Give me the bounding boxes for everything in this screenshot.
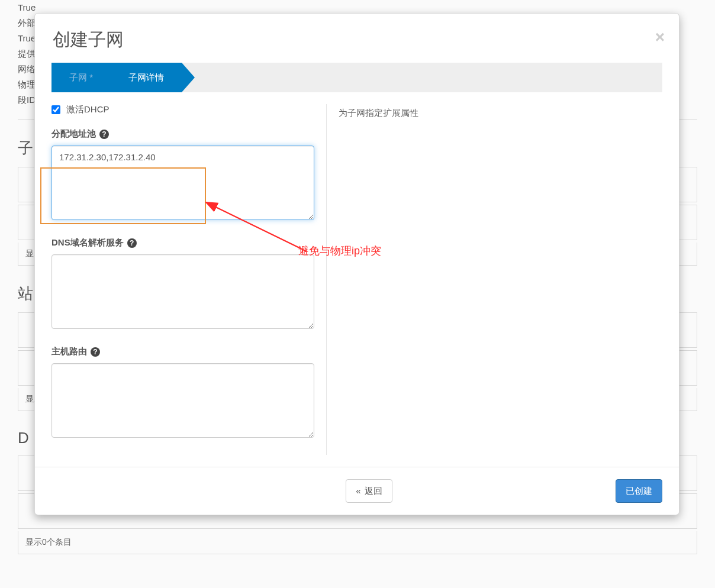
allocation-pool-label: 分配地址池 ? [51, 128, 314, 140]
help-icon[interactable]: ? [127, 238, 137, 248]
wizard-steps: 子网 * 子网详情 [51, 63, 662, 92]
help-icon[interactable]: ? [91, 347, 100, 357]
dhcp-checkbox[interactable] [51, 105, 60, 114]
dhcp-check-row: 激活DHCP [51, 104, 314, 115]
allocation-pool-group: 分配地址池 ? [51, 128, 314, 222]
dns-input[interactable] [51, 254, 314, 329]
submit-label: 已创建 [626, 486, 652, 496]
wizard-step-label: 子网 * [69, 72, 93, 83]
modal-footer: « 返回 已创建 [35, 467, 679, 515]
back-label: 返回 [365, 486, 382, 496]
host-routes-input[interactable] [51, 363, 314, 438]
wizard-step-subnet[interactable]: 子网 * [51, 63, 111, 92]
modal-title: 创建子网 [53, 28, 661, 52]
dns-group: DNS域名解析服务 ? [51, 237, 314, 331]
dns-label: DNS域名解析服务 ? [51, 237, 314, 248]
chevron-left-icon: « [356, 486, 360, 496]
form-column: 激活DHCP 分配地址池 ? DNS域名解析服务 ? 主机路由 [51, 104, 326, 455]
label-text: DNS域名解析服务 [51, 237, 124, 248]
close-button[interactable]: × [655, 29, 665, 46]
help-text: 为子网指定扩展属性 [339, 108, 662, 119]
dhcp-label: 激活DHCP [66, 104, 109, 115]
modal-body: 激活DHCP 分配地址池 ? DNS域名解析服务 ? 主机路由 [35, 92, 679, 467]
allocation-pool-input[interactable] [51, 146, 314, 220]
modal-header: 创建子网 × [35, 14, 679, 63]
host-routes-group: 主机路由 ? [51, 346, 314, 440]
create-subnet-modal: 创建子网 × 子网 * 子网详情 激活DHCP 分配地址池 ? [34, 13, 679, 515]
wizard-step-subnet-details[interactable]: 子网详情 [111, 63, 182, 92]
label-text: 主机路由 [51, 346, 87, 357]
annotation-text: 避免与物理ip冲突 [298, 244, 381, 258]
help-column: 为子网指定扩展属性 [326, 104, 662, 455]
label-text: 分配地址池 [51, 128, 96, 140]
host-routes-label: 主机路由 ? [51, 346, 314, 357]
submit-button[interactable]: 已创建 [616, 479, 662, 503]
back-button[interactable]: « 返回 [346, 479, 392, 503]
close-icon: × [655, 28, 665, 46]
help-icon[interactable]: ? [99, 130, 109, 139]
wizard-step-label: 子网详情 [128, 72, 164, 83]
